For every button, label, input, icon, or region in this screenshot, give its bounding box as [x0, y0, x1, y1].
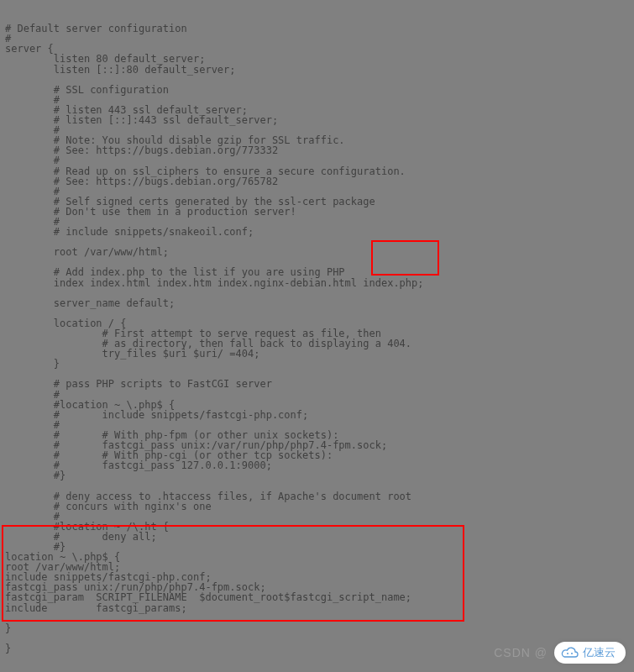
watermark-bar: CSDN @ 亿速云: [494, 642, 626, 664]
brand-badge: 亿速云: [554, 642, 626, 664]
svg-point-1: [571, 653, 573, 654]
code-block: # Default server configuration # server …: [5, 24, 629, 654]
csdn-watermark-text: CSDN @: [494, 646, 548, 659]
cloud-icon: [561, 647, 579, 659]
svg-point-0: [567, 653, 569, 654]
nginx-config-code: # Default server configuration # server …: [5, 3, 629, 664]
brand-name: 亿速云: [583, 645, 616, 660]
